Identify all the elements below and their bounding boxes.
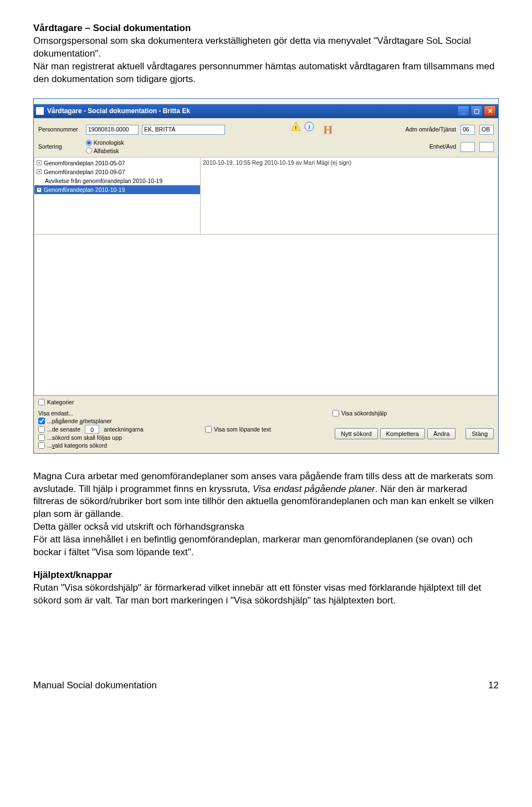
content-viewer[interactable] <box>34 235 498 395</box>
senaste-check[interactable]: ...de senaste0anteckningarna <box>38 425 144 434</box>
tree-item[interactable]: +Genomförandeplan 2010-05-07 <box>34 159 200 168</box>
tree-item-label: Genomförandeplan 2010-09-07 <box>44 168 125 176</box>
sort-alfa-radio[interactable]: Alfabetisk <box>86 147 124 155</box>
paragraph-text: Rutan "Visa sökordshjälp" är förmarkerad… <box>33 582 481 606</box>
lopande-check[interactable]: Visa som löpande text <box>205 409 271 450</box>
sokordshjalp-check[interactable]: Visa sökordshjälp <box>332 409 494 417</box>
adm-field-1[interactable]: 06 <box>461 125 475 135</box>
tree-item-label: Genomförandeplan 2010-05-07 <box>44 159 125 167</box>
section-heading: Hjälptext/knappar <box>33 570 112 580</box>
h-indicator: H <box>323 121 332 138</box>
filter-panel: Kategorier Visa endast... ...pågående ar… <box>34 395 498 453</box>
stang-button[interactable]: Stäng <box>466 428 494 439</box>
pagaende-check[interactable]: ...pågående arbetsplaner <box>38 417 144 425</box>
warning-icon: ! <box>291 121 301 131</box>
lopande-label: Visa som löpande text <box>214 425 271 433</box>
window-maximize-button[interactable]: ▢ <box>470 105 483 116</box>
tree-item[interactable]: +Genomförandeplan 2010-09-07 <box>34 168 200 176</box>
kategorier-check[interactable]: Kategorier <box>38 398 494 406</box>
andra-button[interactable]: Ändra <box>427 428 456 439</box>
personnummer-field[interactable]: 19080818-0000 <box>86 125 139 135</box>
sokordshjalp-label: Visa sökordshjälp <box>341 409 387 417</box>
kategorier-label: Kategorier <box>47 398 74 406</box>
enhet-field-2[interactable] <box>479 142 494 152</box>
info-icon: i <box>304 121 314 131</box>
footer-title: Manual Social dokumentation <box>33 680 157 691</box>
window-minimize-button[interactable]: _ <box>457 105 469 116</box>
name-field[interactable]: EK, BRITTA <box>142 125 225 135</box>
tree-item-label: Genomförandeplan 2010-10-19 <box>44 186 125 194</box>
tree-item-selected[interactable]: +Genomförandeplan 2010-10-19 <box>34 185 200 194</box>
tree-item[interactable]: Avvikelse från genomförandeplan 2010-10-… <box>34 176 200 185</box>
paragraph-text: Detta gäller också vid utskrift och förh… <box>33 521 244 532</box>
app-screenshot: Vårdtagare - Social dokumentation - Brit… <box>33 98 499 454</box>
svg-text:!: ! <box>295 124 296 130</box>
personnummer-label: Personnummer <box>38 125 83 133</box>
svg-text:i: i <box>309 123 310 130</box>
menu-hint <box>34 99 498 104</box>
sort-krono-label: Kronologisk <box>94 139 124 146</box>
window-close-button[interactable]: ✕ <box>484 105 496 116</box>
senaste-label: ...de senaste <box>47 425 80 433</box>
enhet-label: Enhet/Avd <box>429 143 456 150</box>
visa-endast-label: Visa endast... <box>38 410 73 417</box>
entry-metadata: 2010-10-19, 10:55 Reg 2010-10-19 av Mari… <box>203 159 351 166</box>
paragraph-text: Omsorgspersonal som ska dokumentera verk… <box>33 35 471 59</box>
expand-icon[interactable]: + <box>37 187 42 192</box>
app-icon <box>36 107 44 115</box>
tree-panel: +Genomförandeplan 2010-05-07 +Genomföran… <box>34 157 498 235</box>
adm-field-2[interactable]: OB <box>479 125 494 135</box>
tree-list[interactable]: +Genomförandeplan 2010-05-07 +Genomföran… <box>34 158 201 234</box>
expand-icon[interactable]: + <box>37 169 42 174</box>
pagaende-label: ...pågående arbetsplaner <box>47 417 112 425</box>
expand-icon[interactable]: + <box>37 160 42 165</box>
page-footer: Manual Social dokumentation 12 <box>33 679 499 691</box>
tree-item-label: Avvikelse från genomförandeplan 2010-10-… <box>45 177 162 185</box>
nytt-sokord-button[interactable]: Nytt sökord <box>335 428 378 439</box>
sort-krono-radio[interactable]: Kronologisk <box>86 139 124 146</box>
komplettera-button[interactable]: Komplettera <box>380 428 425 439</box>
form-header: Personnummer 19080818-0000 EK, BRITTA ! … <box>34 118 498 157</box>
paragraph-text: När man registrerat aktuell vårdtagares … <box>33 61 494 84</box>
italic-phrase: Visa endast pågående planer <box>253 484 375 494</box>
sort-alfa-label: Alfabetisk <box>94 147 119 155</box>
section-heading: Vårdtagare – Social dokumentation <box>33 23 191 33</box>
vald-kategori-label: ...vald kategoris sökord <box>47 441 107 449</box>
folj-label: ...sökord som skall följas upp <box>47 434 122 441</box>
paragraph-text: För att läsa innehållet i en befintlig g… <box>33 534 473 557</box>
window-title: Vårdtagare - Social dokumentation - Brit… <box>47 106 190 115</box>
sortering-label: Sortering <box>38 143 83 150</box>
footer-page-number: 12 <box>488 679 499 692</box>
vald-kategori-check[interactable]: ...vald kategoris sökord <box>38 441 144 449</box>
senaste-num[interactable]: 0 <box>85 425 99 434</box>
folj-check[interactable]: ...sökord som skall följas upp <box>38 434 144 441</box>
window-titlebar: Vårdtagare - Social dokumentation - Brit… <box>34 104 498 118</box>
tree-detail: 2010-10-19, 10:55 Reg 2010-10-19 av Mari… <box>201 158 498 234</box>
adm-label: Adm område/Tjänst <box>405 125 456 133</box>
senaste-post-label: anteckningarna <box>104 425 144 433</box>
enhet-field-1[interactable] <box>461 142 475 152</box>
